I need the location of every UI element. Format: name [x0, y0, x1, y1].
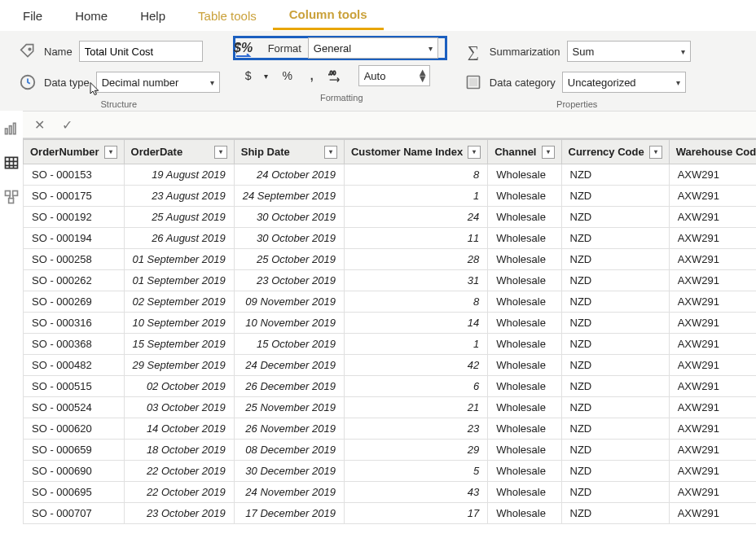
cell-warehouse[interactable]: AXW291 [669, 207, 756, 228]
cell-custidx[interactable]: 28 [344, 249, 487, 270]
cell-shipdate[interactable]: 23 October 2019 [234, 270, 344, 291]
cell-shipdate[interactable]: 10 November 2019 [234, 313, 344, 334]
cell-currency[interactable]: NZD [561, 482, 669, 503]
cell-channel[interactable]: Wholesale [488, 228, 561, 249]
cell-currency[interactable]: NZD [561, 207, 669, 228]
filter-button[interactable]: ▾ [542, 146, 555, 159]
cell-channel[interactable]: Wholesale [488, 482, 561, 503]
cell-warehouse[interactable]: AXW291 [669, 503, 756, 524]
decimal-places-stepper[interactable]: Auto ▲▼ [358, 65, 430, 86]
cell-currency[interactable]: NZD [561, 355, 669, 376]
cell-warehouse[interactable]: AXW291 [669, 291, 756, 313]
col-header-channel[interactable]: Channel [494, 146, 536, 158]
model-view-button[interactable] [0, 187, 23, 207]
table-row[interactable]: SO - 00031610 September 201910 November … [24, 313, 757, 334]
cell-orderdate[interactable]: 25 August 2019 [124, 207, 234, 228]
cell-custidx[interactable]: 43 [344, 482, 487, 503]
menu-home[interactable]: Home [59, 2, 124, 29]
col-header-ordernumber[interactable]: OrderNumber [30, 146, 99, 158]
cell-warehouse[interactable]: AXW291 [669, 249, 756, 270]
cell-channel[interactable]: Wholesale [488, 313, 561, 334]
table-row[interactable]: SO - 00026201 September 201923 October 2… [24, 270, 757, 291]
table-row[interactable]: SO - 00019426 August 201930 October 2019… [24, 228, 757, 249]
cell-warehouse[interactable]: AXW291 [669, 313, 756, 334]
cell-shipdate[interactable]: 25 November 2019 [234, 397, 344, 418]
cell-warehouse[interactable]: AXW291 [669, 397, 756, 418]
cell-ordernumber[interactable]: SO - 000515 [24, 376, 125, 397]
cell-orderdate[interactable]: 23 August 2019 [124, 186, 234, 207]
cell-currency[interactable]: NZD [561, 503, 669, 524]
cell-orderdate[interactable]: 10 September 2019 [124, 313, 234, 334]
cell-channel[interactable]: Wholesale [488, 461, 561, 482]
cell-shipdate[interactable]: 08 December 2019 [234, 440, 344, 461]
filter-button[interactable]: ▾ [649, 146, 662, 159]
cell-shipdate[interactable]: 26 December 2019 [234, 376, 344, 397]
col-header-warehouse[interactable]: Warehouse Code [676, 146, 756, 158]
cell-channel[interactable]: Wholesale [488, 376, 561, 397]
cell-warehouse[interactable]: AXW291 [669, 482, 756, 503]
cell-warehouse[interactable]: AXW291 [669, 186, 756, 207]
cell-shipdate[interactable]: 09 November 2019 [234, 291, 344, 313]
cell-channel[interactable]: Wholesale [488, 270, 561, 291]
cell-shipdate[interactable]: 30 December 2019 [234, 461, 344, 482]
cell-custidx[interactable]: 17 [344, 503, 487, 524]
cell-orderdate[interactable]: 18 October 2019 [124, 440, 234, 461]
cell-shipdate[interactable]: 15 October 2019 [234, 334, 344, 355]
cell-shipdate[interactable]: 24 September 2019 [234, 186, 344, 207]
table-row[interactable]: SO - 00052403 October 201925 November 20… [24, 397, 757, 418]
datacategory-select[interactable]: Uncategorized ▾ [562, 72, 686, 93]
cell-warehouse[interactable]: AXW291 [669, 461, 756, 482]
cell-custidx[interactable]: 31 [344, 270, 487, 291]
cell-currency[interactable]: NZD [561, 440, 669, 461]
cell-ordernumber[interactable]: SO - 000194 [24, 228, 125, 249]
currency-dropdown[interactable]: ▾ [264, 72, 272, 81]
table-row[interactable]: SO - 00069022 October 201930 December 20… [24, 461, 757, 482]
menu-file[interactable]: File [7, 2, 59, 29]
cell-ordernumber[interactable]: SO - 000659 [24, 440, 125, 461]
cell-currency[interactable]: NZD [561, 418, 669, 440]
cell-ordernumber[interactable]: SO - 000262 [24, 270, 125, 291]
cell-orderdate[interactable]: 26 August 2019 [124, 228, 234, 249]
table-row[interactable]: SO - 00015319 August 201924 October 2019… [24, 164, 757, 186]
currency-button[interactable]: $ [240, 66, 257, 85]
cell-currency[interactable]: NZD [561, 376, 669, 397]
cell-ordernumber[interactable]: SO - 000524 [24, 397, 125, 418]
cell-channel[interactable]: Wholesale [488, 164, 561, 186]
cell-warehouse[interactable]: AXW291 [669, 355, 756, 376]
cell-currency[interactable]: NZD [561, 228, 669, 249]
table-row[interactable]: SO - 00019225 August 201930 October 2019… [24, 207, 757, 228]
cell-warehouse[interactable]: AXW291 [669, 270, 756, 291]
cell-currency[interactable]: NZD [561, 397, 669, 418]
table-row[interactable]: SO - 00025801 September 201925 October 2… [24, 249, 757, 270]
cell-custidx[interactable]: 29 [344, 440, 487, 461]
cell-orderdate[interactable]: 29 September 2019 [124, 355, 234, 376]
cell-orderdate[interactable]: 02 September 2019 [124, 291, 234, 313]
thousands-button[interactable]: , [303, 66, 321, 85]
menu-column-tools[interactable]: Column tools [273, 1, 384, 30]
cell-ordernumber[interactable]: SO - 000368 [24, 334, 125, 355]
cell-currency[interactable]: NZD [561, 313, 669, 334]
cell-shipdate[interactable]: 24 December 2019 [234, 355, 344, 376]
cell-ordernumber[interactable]: SO - 000175 [24, 186, 125, 207]
table-row[interactable]: SO - 00069522 October 201924 November 20… [24, 482, 757, 503]
cell-orderdate[interactable]: 03 October 2019 [124, 397, 234, 418]
table-row[interactable]: SO - 00036815 September 201915 October 2… [24, 334, 757, 355]
cell-ordernumber[interactable]: SO - 000258 [24, 249, 125, 270]
cell-ordernumber[interactable]: SO - 000316 [24, 313, 125, 334]
cell-orderdate[interactable]: 22 October 2019 [124, 461, 234, 482]
cell-ordernumber[interactable]: SO - 000153 [24, 164, 125, 186]
cell-currency[interactable]: NZD [561, 249, 669, 270]
filter-button[interactable]: ▾ [324, 146, 337, 159]
cell-warehouse[interactable]: AXW291 [669, 376, 756, 397]
cell-currency[interactable]: NZD [561, 461, 669, 482]
cell-ordernumber[interactable]: SO - 000482 [24, 355, 125, 376]
cell-orderdate[interactable]: 02 October 2019 [124, 376, 234, 397]
cell-custidx[interactable]: 23 [344, 418, 487, 440]
decimal-shift-button[interactable]: .00 [327, 66, 345, 85]
cell-orderdate[interactable]: 15 September 2019 [124, 334, 234, 355]
cell-currency[interactable]: NZD [561, 270, 669, 291]
cell-shipdate[interactable]: 24 November 2019 [234, 482, 344, 503]
formula-input[interactable] [78, 112, 756, 138]
cell-warehouse[interactable]: AXW291 [669, 228, 756, 249]
cell-custidx[interactable]: 5 [344, 461, 487, 482]
